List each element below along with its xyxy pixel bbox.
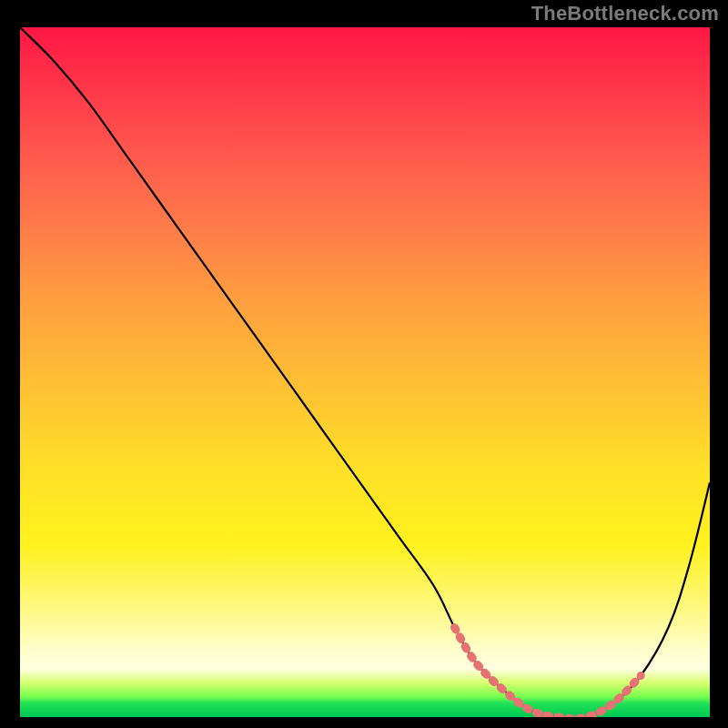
watermark-text: TheBottleneck.com <box>531 2 719 25</box>
bottleneck-curve <box>20 27 710 717</box>
curve-line <box>20 27 710 717</box>
chart-plot-area <box>20 27 710 717</box>
curve-highlight <box>455 628 642 718</box>
